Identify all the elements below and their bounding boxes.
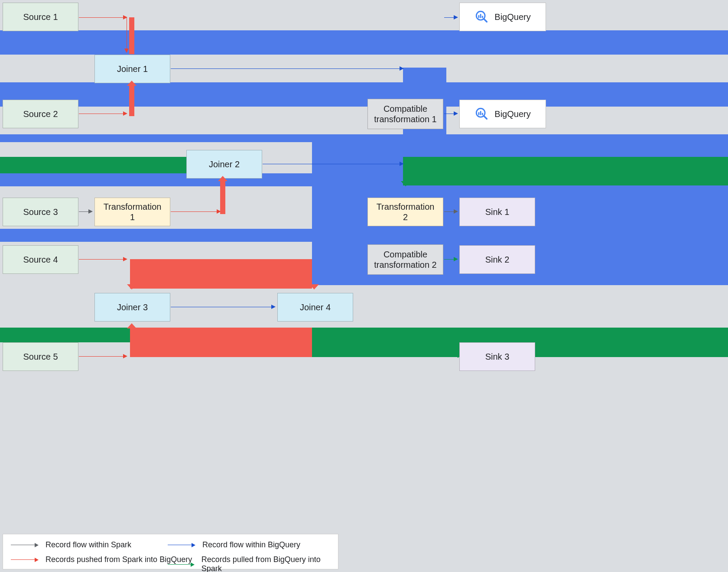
- push-arrowhead: [127, 323, 136, 328]
- bigquery-arrow: [444, 114, 457, 114]
- push-connector: [129, 17, 134, 54]
- legend-within-bigquery: Record flow within BigQuery: [202, 540, 300, 549]
- push-arrowhead: [127, 81, 136, 86]
- sink-1: Sink 1: [459, 198, 535, 226]
- bigquery-arrow: [263, 164, 403, 164]
- pull-arrow: [444, 259, 457, 260]
- push-arrow: [79, 259, 127, 260]
- bigquery-arrow: [171, 68, 403, 69]
- spark-arrow: [444, 211, 457, 212]
- bigquery-sink-2: BigQuery: [459, 100, 546, 128]
- joiner-4: Joiner 4: [277, 293, 353, 322]
- pull-arrowhead: [401, 181, 410, 186]
- label: Source 3: [23, 207, 58, 217]
- transformation-1: Transformation 1: [94, 198, 170, 226]
- bigquery-sink-1: BigQuery: [459, 3, 546, 31]
- label: Compatible transformation 1: [373, 104, 438, 124]
- label: Joiner 3: [117, 302, 148, 312]
- push-connector: [129, 85, 134, 116]
- label: Transformation 2: [373, 202, 438, 222]
- joiner-2: Joiner 2: [186, 150, 262, 179]
- sink-2: Sink 2: [459, 245, 535, 274]
- push-arrowhead: [218, 176, 228, 181]
- compatible-transformation-1: Compatible transformation 1: [367, 99, 443, 129]
- label: BigQuery: [494, 12, 530, 22]
- red-band: [130, 328, 312, 357]
- joiner-3: Joiner 3: [94, 293, 170, 322]
- red-band: [130, 259, 312, 289]
- push-connector: [220, 180, 225, 214]
- label: Transformation 1: [100, 202, 165, 222]
- blue-band: [0, 173, 312, 186]
- bigquery-arrow: [444, 17, 457, 18]
- joiner-1: Joiner 1: [94, 55, 170, 83]
- label: BigQuery: [494, 109, 530, 119]
- green-band: [0, 328, 130, 342]
- bigquery-icon: [474, 107, 489, 121]
- diagram-canvas: Source 1 BigQuery Joiner 1 Source 2 Comp…: [0, 0, 728, 572]
- push-arrow: [171, 211, 220, 212]
- transformation-2: Transformation 2: [367, 198, 443, 226]
- legend-pulled: Records pulled from BigQuery into Spark: [202, 555, 338, 572]
- green-band: [0, 157, 186, 173]
- label: Source 1: [23, 12, 58, 22]
- source-1: Source 1: [3, 3, 78, 31]
- green-band: [403, 157, 728, 185]
- label: Sink 1: [485, 207, 510, 217]
- compatible-transformation-2: Compatible transformation 2: [367, 244, 443, 275]
- sink-3: Sink 3: [459, 342, 535, 371]
- blue-band: [0, 82, 728, 107]
- blue-band: [0, 229, 312, 242]
- push-arrow: [79, 114, 127, 114]
- label: Sink 3: [485, 351, 510, 362]
- spark-arrow: [79, 211, 92, 212]
- source-3: Source 3: [3, 198, 78, 226]
- legend: Record flow within Spark Record flow wit…: [3, 534, 338, 569]
- source-4: Source 4: [3, 245, 78, 274]
- push-arrow: [79, 356, 127, 357]
- push-arrow: [79, 17, 127, 18]
- label: Source 4: [23, 254, 58, 265]
- bigquery-icon: [474, 10, 489, 24]
- push-arrowhead: [309, 284, 319, 289]
- blue-band: [0, 134, 728, 142]
- source-5: Source 5: [3, 342, 78, 371]
- label: Compatible transformation 2: [373, 249, 438, 270]
- legend-within-spark: Record flow within Spark: [46, 540, 131, 549]
- blue-band: [0, 30, 728, 55]
- label: Joiner 2: [209, 159, 240, 169]
- label: Sink 2: [485, 254, 510, 265]
- source-2: Source 2: [3, 100, 78, 128]
- label: Source 5: [23, 351, 58, 362]
- label: Joiner 1: [117, 64, 148, 74]
- label: Source 2: [23, 109, 58, 119]
- push-arrowhead: [127, 284, 136, 289]
- push-arrow: [127, 17, 127, 52]
- bigquery-arrow: [171, 307, 275, 307]
- label: Joiner 4: [300, 302, 331, 312]
